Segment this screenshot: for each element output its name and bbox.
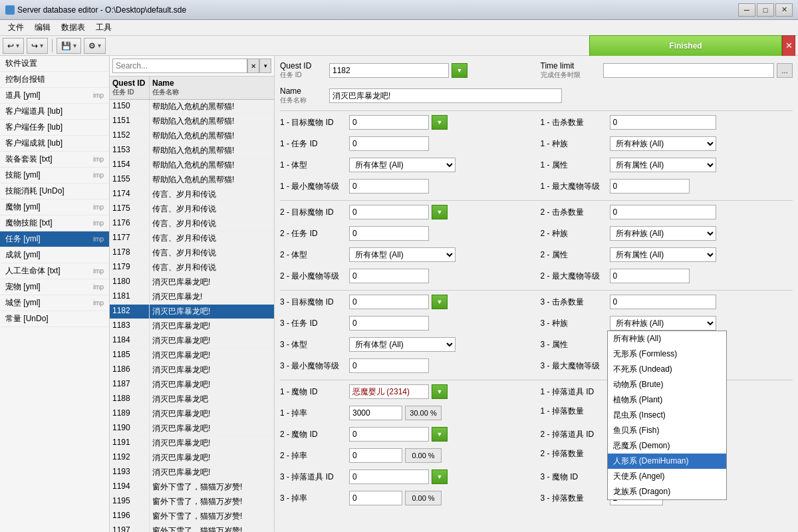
sidebar-item-skill-yml[interactable]: 技能 [yml]imp <box>0 168 109 184</box>
quest-list-item[interactable]: 1188消灭巴库暴龙吧 <box>110 392 274 407</box>
t1-type-select[interactable]: 所有体型 (All) <box>349 158 456 172</box>
d3-drop-tool-id-input[interactable] <box>349 469 429 484</box>
t1-monster-id-input[interactable] <box>349 115 429 130</box>
d3-drop-tool-browse-button[interactable] <box>432 469 448 484</box>
t2-kill-count-input[interactable] <box>610 205 716 219</box>
extra-button[interactable]: ⚙ ▾ <box>84 38 106 54</box>
quest-list-item[interactable]: 1154帮助陷入危机的黑帮猫! <box>110 158 274 173</box>
quest-list-item[interactable]: 1153帮助陷入危机的黑帮猫! <box>110 144 274 158</box>
t3-kill-count-input[interactable] <box>610 295 716 309</box>
quest-list-item[interactable]: 1185消灭巴库暴龙吧! <box>110 348 274 363</box>
race-option-undead[interactable]: 不死系 (Undead) <box>608 362 726 377</box>
quest-list-item[interactable]: 1184消灭巴库暴龙吧! <box>110 334 274 348</box>
maximize-button[interactable]: □ <box>757 3 774 17</box>
race-option-all[interactable]: 所有种族 (All) <box>608 331 726 346</box>
d1-monster-browse-button[interactable] <box>432 384 448 399</box>
t2-race-select[interactable]: 所有种族 (All) <box>610 226 716 241</box>
quest-list-item[interactable]: 1180消灭巴库暴龙吧! <box>110 275 274 290</box>
race-option-demon[interactable]: 恶魔系 (Demon) <box>608 438 726 454</box>
d3-drop-rate-input[interactable] <box>349 491 402 505</box>
quest-list-item[interactable]: 1183消灭巴库暴龙吧! <box>110 319 274 334</box>
race-option-formless[interactable]: 无形系 (Formless) <box>608 346 726 362</box>
quest-list-item[interactable]: 1150帮助陷入危机的黑帮猫! <box>110 100 274 114</box>
quest-list-item[interactable]: 1194窗外下雪了，猫猫万岁赞! <box>110 480 274 495</box>
quest-list-item[interactable]: 1191消灭巴库暴龙吧! <box>110 436 274 451</box>
quest-list-item[interactable]: 1155帮助陷入危机的黑帮猫! <box>110 173 274 188</box>
sidebar-item-constants-undo[interactable]: 常量 [UnDo] <box>0 311 109 327</box>
time-limit-input[interactable] <box>603 63 775 78</box>
t2-monster-id-input[interactable] <box>349 205 429 219</box>
sidebar-item-tools-yml[interactable]: 道具 [yml]imp <box>0 88 109 104</box>
d1-drop-rate-input[interactable] <box>349 406 402 420</box>
search-dropdown-button[interactable]: ▾ <box>259 59 271 73</box>
menu-tools[interactable]: 工具 <box>90 21 117 35</box>
t2-type-select[interactable]: 所有体型 (All) <box>349 247 456 262</box>
quest-list-item[interactable]: 1152帮助陷入危机的黑帮猫! <box>110 129 274 144</box>
menu-file[interactable]: 文件 <box>3 21 29 35</box>
t3-quest-id-input[interactable] <box>349 316 429 331</box>
quest-list-item[interactable]: 1182消灭巴库暴龙吧! <box>110 305 274 319</box>
quest-list-item[interactable]: 1196窗外下雪了，猫猫万岁赞! <box>110 509 274 524</box>
sidebar-item-client-achieve-lub[interactable]: 客户端成就 [lub] <box>0 136 109 152</box>
t1-attr-select[interactable]: 所有属性 (All) <box>610 158 716 172</box>
quest-list-item[interactable]: 1192消灭巴库暴龙吧! <box>110 451 274 466</box>
race-option-insect[interactable]: 昆虫系 (Insect) <box>608 408 726 423</box>
quest-id-input[interactable] <box>329 63 449 78</box>
d2-monster-browse-button[interactable] <box>432 427 448 442</box>
quest-list-item[interactable]: 1187消灭巴库暴龙吧! <box>110 378 274 392</box>
race-option-brute[interactable]: 动物系 (Brute) <box>608 377 726 392</box>
undo-button[interactable]: ↩ ▾ <box>3 38 24 54</box>
menu-datatable[interactable]: 数据表 <box>56 21 90 35</box>
t3-monster-browse-button[interactable] <box>432 295 448 309</box>
sidebar-item-skill-cost-undo[interactable]: 技能消耗 [UnDo] <box>0 184 109 200</box>
quest-list-item[interactable]: 1175传言、岁月和传说 <box>110 202 274 217</box>
sidebar-item-homunculus-txt[interactable]: 人工生命体 [txt]imp <box>0 263 109 279</box>
t1-kill-count-input[interactable] <box>610 115 716 130</box>
t3-race-select[interactable]: 所有种族 (All) <box>610 316 716 331</box>
t2-quest-id-input[interactable] <box>349 226 429 241</box>
quest-id-browse-button[interactable] <box>452 63 467 78</box>
quest-list-item[interactable]: 1186消灭巴库暴龙吧! <box>110 363 274 378</box>
t1-quest-id-input[interactable] <box>349 136 429 151</box>
quest-list-item[interactable]: 1177传言、岁月和传说 <box>110 231 274 246</box>
quest-list-item[interactable]: 1193消灭巴库暴龙吧! <box>110 466 274 480</box>
quest-list-item[interactable]: 1181消灭巴库暴龙! <box>110 290 274 305</box>
sidebar-item-equipment-set-txt[interactable]: 装备套装 [txt]imp <box>0 152 109 168</box>
quest-list-item[interactable]: 1189消灭巴库暴龙吧! <box>110 407 274 422</box>
quest-list-item[interactable]: 1178传言、岁月和传说 <box>110 246 274 261</box>
t2-attr-select[interactable]: 所有属性 (All) <box>610 247 716 262</box>
sidebar-item-pet-yml[interactable]: 宠物 [yml]imp <box>0 279 109 295</box>
quest-list-item[interactable]: 1174传言、岁月和传说 <box>110 188 274 202</box>
sidebar-item-software-settings[interactable]: 软件设置 <box>0 56 109 72</box>
d2-monster-id-input[interactable] <box>349 427 429 442</box>
time-limit-browse-button[interactable]: … <box>777 63 793 78</box>
search-input[interactable] <box>112 59 247 73</box>
race-option-angel[interactable]: 天使系 (Angel) <box>608 469 726 484</box>
t2-minlv-input[interactable] <box>349 269 429 283</box>
d1-monster-id-input[interactable] <box>349 384 429 399</box>
t2-monster-browse-button[interactable] <box>432 205 448 219</box>
t1-maxlv-input[interactable] <box>610 179 690 194</box>
race-option-fish[interactable]: 鱼贝系 (Fish) <box>608 423 726 438</box>
name-input[interactable] <box>329 88 562 103</box>
t3-minlv-input[interactable] <box>349 358 429 373</box>
sidebar-item-quest-yml[interactable]: 任务 [yml]imp <box>0 231 109 247</box>
race-option-plant[interactable]: 植物系 (Plant) <box>608 392 726 408</box>
quest-list-item[interactable]: 1190消灭巴库暴龙吧! <box>110 422 274 436</box>
d2-drop-rate-input[interactable] <box>349 448 402 463</box>
menu-edit[interactable]: 编辑 <box>29 21 56 35</box>
sidebar-item-castle-yml[interactable]: 城堡 [yml]imp <box>0 295 109 311</box>
sidebar-item-client-tools-lub[interactable]: 客户端道具 [lub] <box>0 104 109 120</box>
sidebar-item-achieve-yml[interactable]: 成就 [yml] <box>0 247 109 263</box>
race-option-dragon[interactable]: 龙族系 (Dragon) <box>608 484 726 499</box>
minimize-button[interactable]: ─ <box>738 3 755 17</box>
finished-close-button[interactable]: ✕ <box>782 35 795 57</box>
t1-monster-browse-button[interactable] <box>432 115 448 130</box>
quest-list-item[interactable]: 1179传言、岁月和传说 <box>110 261 274 275</box>
t1-minlv-input[interactable] <box>349 179 429 194</box>
sidebar-item-monster-skill-txt[interactable]: 魔物技能 [txt]imp <box>0 215 109 231</box>
quest-list-item[interactable]: 1197窗外下雪了，猫猫万岁赞! <box>110 524 274 532</box>
sidebar-item-console-errors[interactable]: 控制台报错 <box>0 72 109 88</box>
sidebar-item-monster-yml[interactable]: 魔物 [yml]imp <box>0 200 109 215</box>
t1-race-select[interactable]: 所有种族 (All) <box>610 136 716 151</box>
